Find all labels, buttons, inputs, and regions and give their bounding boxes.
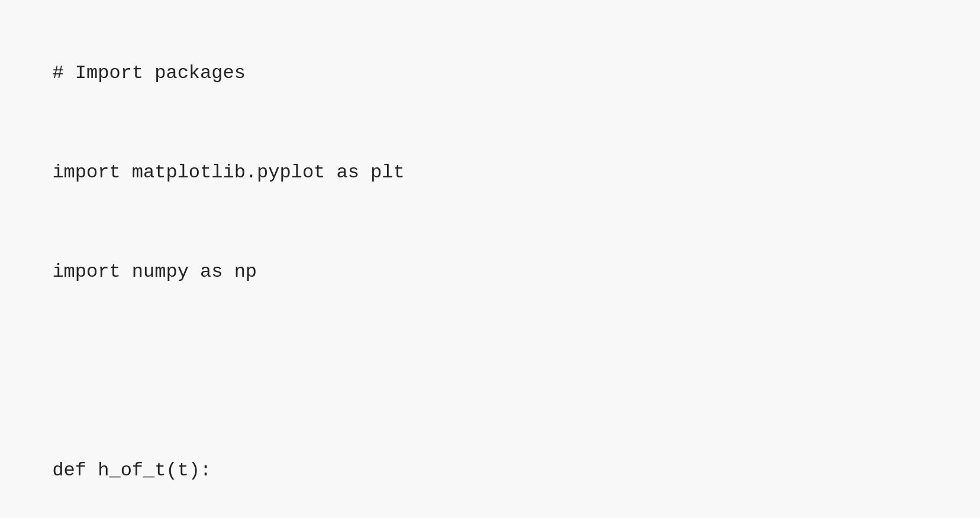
code-line-5: def h_of_t(t): xyxy=(52,459,211,481)
code-block: # Import packages import matplotlib.pypl… xyxy=(0,0,980,518)
code-line-2: import matplotlib.pyplot as plt xyxy=(52,161,404,183)
code-line-1: # Import packages xyxy=(52,62,245,84)
code-line-3: import numpy as np xyxy=(52,261,257,283)
